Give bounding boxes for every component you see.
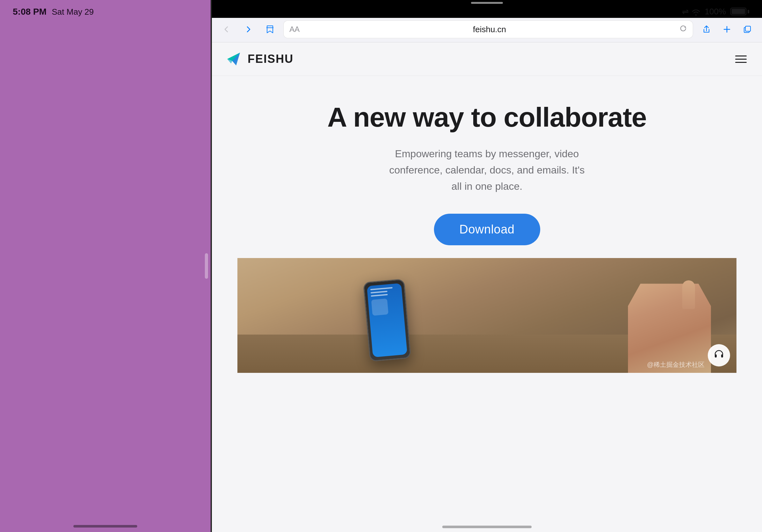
finger-shape	[682, 280, 695, 309]
hero-section: A new way to collaborate Empowering team…	[212, 76, 762, 532]
forward-button[interactable]	[240, 21, 257, 37]
home-indicator-right	[442, 526, 532, 528]
svg-rect-3	[721, 354, 723, 358]
wifi-icon: ⇌	[682, 7, 700, 17]
website-nav: FEISHU	[212, 42, 762, 76]
browser-panel: ⇌ 100%	[212, 0, 762, 532]
battery-percent-text: 100%	[705, 7, 726, 17]
hamburger-line-3	[735, 62, 747, 63]
left-app-panel: 5:08 PM Sat May 29	[0, 0, 211, 532]
hamburger-line-1	[735, 55, 747, 56]
svg-rect-1	[745, 26, 750, 31]
video-overlay	[237, 258, 736, 373]
hero-title: A new way to collaborate	[327, 101, 647, 133]
video-section: @稀土掘金技术社区	[237, 258, 736, 373]
headset-icon	[713, 349, 725, 362]
tabs-button[interactable]	[739, 21, 756, 37]
add-tab-button[interactable]	[719, 21, 735, 37]
download-button[interactable]: Download	[434, 214, 540, 245]
time-text: 5:08 PM	[13, 7, 46, 17]
address-bar[interactable]: AA feishu.cn	[283, 21, 693, 38]
website-content: FEISHU A new way to collaborate Empoweri…	[212, 42, 762, 532]
feishu-logo-icon	[225, 50, 243, 68]
home-indicator	[73, 525, 137, 528]
feishu-logo-text: FEISHU	[248, 52, 294, 66]
hero-subtitle: Empowering teams by messenger, video con…	[388, 146, 586, 195]
battery-icon	[730, 8, 749, 15]
url-display: feishu.cn	[303, 25, 676, 34]
bookmark-button[interactable]	[262, 21, 278, 37]
reload-button[interactable]	[679, 25, 687, 34]
left-status-bar: 5:08 PM Sat May 29	[0, 0, 211, 19]
svg-rect-2	[715, 354, 717, 358]
back-button[interactable]	[218, 21, 235, 37]
hamburger-menu[interactable]	[733, 53, 749, 65]
hand-shape	[628, 284, 711, 373]
play-button[interactable]	[708, 344, 730, 366]
date-text: Sat May 29	[52, 7, 94, 17]
aa-label: AA	[289, 25, 300, 34]
browser-toolbar: AA feishu.cn	[212, 18, 762, 42]
toolbar-actions	[698, 21, 756, 37]
left-time: 5:08 PM Sat May 29	[13, 7, 94, 17]
top-speaker	[471, 2, 503, 4]
watermark-text: @稀土掘金技术社区	[647, 361, 705, 369]
share-button[interactable]	[698, 21, 715, 37]
drag-handle[interactable]	[205, 253, 208, 279]
phone-mockup	[363, 279, 411, 362]
feishu-logo: FEISHU	[225, 50, 294, 68]
hamburger-line-2	[735, 59, 747, 60]
